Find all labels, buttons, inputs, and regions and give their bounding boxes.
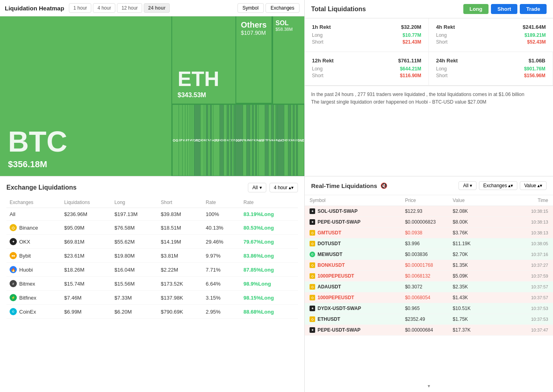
rt-sym-text-11: ETHUSDT (318, 316, 340, 322)
cell-not[interactable]: NOT (201, 105, 204, 176)
cell-lin[interactable]: LIN (185, 105, 187, 176)
stat-1h-short-row: Short $21.43M (312, 39, 421, 45)
rt-more-button[interactable]: ▾ (305, 380, 553, 392)
cell-d[interactable]: D (255, 105, 257, 176)
cell-ti2[interactable]: TI (252, 105, 253, 176)
eth-row-inner: ETH $343.53M Others $107.90M SOL (172, 16, 304, 104)
rt-sym-text-12: PEPE-USDT-SWAP (318, 327, 360, 333)
cell-en[interactable]: EN (192, 105, 194, 176)
table-row: ◇ Binance $95.09M $76.58M $18.51M 40.13%… (6, 221, 298, 235)
cell-tia[interactable]: TIA (269, 105, 271, 176)
cell-ordi[interactable]: ORDI (194, 105, 200, 176)
rt-filter-value[interactable]: Value ▴▾ (520, 181, 547, 190)
cell-100[interactable]: 100 (250, 105, 252, 176)
sol-cell[interactable]: SOL $58.38M (272, 16, 304, 104)
cell-fil[interactable]: FIL (243, 105, 246, 176)
time-4h[interactable]: 4 hour (93, 3, 115, 13)
rt-value-6: $1.35K (453, 262, 501, 268)
binance-rate1: 40.13% (203, 221, 240, 235)
rt-price-5: $0.003836 (405, 252, 452, 257)
exchange-filter-all[interactable]: All ▾ (248, 183, 266, 192)
cell-a1[interactable]: A (254, 105, 255, 176)
rt-filter-exchanges[interactable]: Exchanges ▴▾ (479, 181, 517, 190)
trade-button[interactable]: Trade (520, 4, 547, 14)
huobi-rate1: 7.71% (203, 263, 240, 277)
cell-ada[interactable]: ADA (224, 105, 227, 176)
cell-wu[interactable]: WU (190, 105, 192, 176)
time-1h[interactable]: 1 hour (69, 3, 91, 13)
cell-shi[interactable]: SHI (274, 105, 275, 176)
bitmex-rate1: 6.64% (203, 277, 240, 291)
rt-price-9: $0.0068054 (405, 295, 452, 300)
btc-cell[interactable]: BTC $356.18M (0, 16, 172, 176)
cell-wif[interactable]: WIF (259, 105, 265, 176)
exchange-time-filter[interactable]: 4 hour ▴▾ (269, 183, 298, 192)
rt-price-2: $0.000006823 (405, 219, 452, 225)
cell-ti[interactable]: TI (210, 105, 211, 176)
cell-zf[interactable]: ZF (232, 105, 233, 176)
cell-crv[interactable]: CRV (276, 105, 278, 176)
cell-ena[interactable]: ENA (271, 105, 273, 176)
bybit-liq: $23.61M (61, 249, 111, 263)
cell-dot[interactable]: DOT (284, 105, 288, 176)
exch-bitmex: // Bitmex (6, 277, 61, 291)
rt-time-11: 10:37:53 (501, 317, 548, 322)
exchanges-btn[interactable]: Exchanges (265, 3, 300, 13)
cell-bch[interactable]: BCH (220, 105, 223, 176)
cell-oi[interactable]: OI (231, 105, 232, 176)
rt-symbol-2: ✦ PEPE-USDT-SWAP (310, 219, 405, 225)
cell-10[interactable]: 10 (295, 105, 296, 176)
time-12h[interactable]: 12 hour (117, 3, 142, 13)
cell-et2[interactable]: ET (229, 105, 230, 176)
eth-cell[interactable]: ETH $343.53M (172, 16, 236, 104)
cell-kas[interactable]: KAS (291, 105, 293, 176)
cell-peop[interactable]: PEOP (288, 105, 291, 176)
heatmap-grid: BTC $356.18M ETH $343.53M (0, 16, 304, 176)
long-button[interactable]: Long (463, 4, 489, 14)
table-row: All $236.96M $197.13M $39.83M 100% 83.19… (6, 208, 298, 221)
cell-1000pep[interactable]: 1000PEP (235, 105, 243, 176)
short-button[interactable]: Short (491, 4, 517, 14)
cell-ai[interactable]: AI (208, 105, 209, 176)
rt-all-label: All (463, 183, 468, 188)
cell-pepe[interactable]: PEPE (179, 105, 182, 176)
rt-symbol-7: ◇ 1000PEPEUSDT (310, 273, 405, 279)
cell-et1[interactable]: ET (206, 105, 208, 176)
others-cell[interactable]: Others $107.90M (236, 16, 272, 104)
bitfinex-rate1: 3.15% (203, 291, 240, 305)
btc-value: $356.18M (8, 159, 163, 170)
cell-ava[interactable]: AVA (183, 105, 185, 176)
symbol-btn[interactable]: Symbol (237, 3, 264, 13)
huobi-icon: 🔥 (10, 266, 17, 273)
coinex-long: $6.20M (111, 305, 158, 319)
rt-price-6: $0.00001768 (405, 262, 452, 268)
rt-sym-text-3: GMTUSDT (318, 230, 341, 236)
stat-24h-long-value: $901.76M (524, 66, 545, 72)
cell-t[interactable]: T (234, 105, 235, 176)
bitfinex-label: Bitfinex (19, 295, 36, 301)
cell-ftm[interactable]: FTM (265, 105, 268, 176)
cell-sa[interactable]: SA (212, 105, 213, 176)
col-short: Short (158, 197, 203, 208)
cell-uni[interactable]: UNI (247, 105, 249, 176)
rt-filter-all[interactable]: All ▾ (458, 181, 476, 190)
cell-ltc[interactable]: LTC (188, 105, 190, 176)
rt-symbol-3: ◇ GMTUSDT (310, 230, 405, 236)
okx-liq: $69.81M (61, 235, 111, 249)
cell-bnb[interactable]: BNB (298, 105, 304, 176)
cell-mati[interactable]: MATI (278, 105, 284, 176)
cell-a2[interactable]: A (257, 105, 258, 176)
table-row: // Bitmex $15.74M $15.56M $173.52K 6.64%… (6, 277, 298, 291)
stat-1h-long-row: Long $10.77M (312, 32, 421, 38)
cell-xrp[interactable]: XRP (213, 105, 219, 176)
cell-doge[interactable]: DOGE (173, 105, 179, 176)
rt-sound-icon[interactable]: 🔇 (380, 182, 387, 189)
cell-ni[interactable]: NI (227, 105, 229, 176)
cell-m[interactable]: M (204, 105, 206, 176)
time-24h[interactable]: 24 hour (144, 3, 170, 13)
cell-zk[interactable]: ZK (296, 105, 298, 176)
sol-value: $58.38M (275, 27, 302, 32)
cell-mk[interactable]: MK (293, 105, 294, 176)
rt-sym-text-9: 1000PEPEUSDT (318, 295, 354, 300)
stat-12h-long-value: $644.21M (400, 66, 421, 72)
